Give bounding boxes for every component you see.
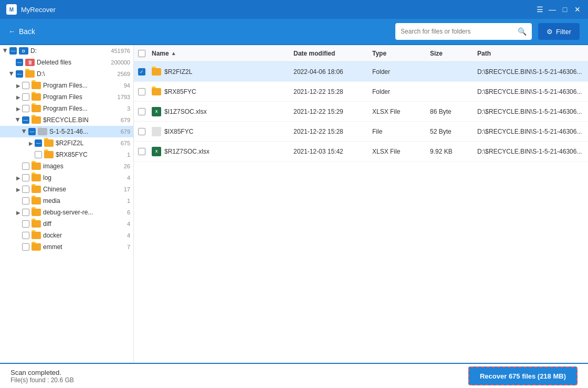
column-header-type[interactable]: Type [372,50,430,57]
close-button[interactable]: ✕ [573,5,582,14]
checkbox-images[interactable] [22,163,29,170]
file-date: 2021-12-22 15:28 [293,128,372,135]
checkbox-d-folder[interactable] [16,70,23,78]
checkbox-s15[interactable] [28,128,36,135]
file-name-cell: X $R1Z7SOC.xlsx [152,147,293,156]
sidebar-item-emmet[interactable]: emmet 7 [0,241,133,253]
table-row[interactable]: $RX85FYC 2021-12-22 15:28 Folder D:\$REC… [134,82,588,102]
table-row[interactable]: X $I1Z7SOC.xlsx 2021-12-22 15:29 XLSX Fi… [134,102,588,122]
checkbox-d-root[interactable] [9,47,17,55]
expand-arrow: ▶ [15,116,22,124]
row-checkbox-col [138,108,152,115]
checkbox-program1[interactable] [22,82,29,89]
checkbox-recycle[interactable] [22,116,29,124]
sidebar-item-count: 679 [121,128,130,135]
file-name-cell: $R2FIZ2L [152,68,293,76]
sidebar-item-count: 675 [121,140,130,146]
checkbox-debug[interactable] [22,209,29,216]
column-header-name[interactable]: Name ▲ [152,50,293,57]
file-name-cell: $RX85FYC [152,88,293,95]
sidebar-item-count: 4 [127,221,130,227]
expand-arrow: ▶ [15,105,22,112]
expand-arrow: ▶ [8,70,16,78]
file-type: Folder [372,88,430,95]
sidebar-item-label: Chinese [43,186,122,193]
row-checkbox[interactable] [138,128,145,135]
header-checkbox-col [138,50,152,57]
status-info: Scan completed. File(s) found : 20.6 GB [10,369,74,384]
expand-arrow [27,151,35,158]
back-arrow-icon: ← [8,27,16,36]
table-row[interactable]: X $R1Z7SOC.xlsx 2021-12-03 15:42 XLSX Fi… [134,142,588,161]
sidebar-item-label: D:\ [37,70,116,78]
column-header-path[interactable]: Path [477,50,584,57]
checkbox-emmet[interactable] [22,243,29,251]
header-checkbox[interactable] [138,50,145,57]
sidebar-item-docker[interactable]: docker 4 [0,230,133,241]
sidebar-item-label: $R2FIZ2L [56,139,119,147]
menu-button[interactable]: ☰ [536,5,544,14]
column-header-size[interactable]: Size [430,50,477,57]
row-checkbox[interactable] [138,108,145,115]
maximize-button[interactable]: □ [561,5,569,14]
sidebar-item-label: images [43,163,122,170]
checkbox-chinese[interactable] [22,186,29,193]
file-name-cell: $IX85FYC [152,127,293,136]
sidebar-item-program3[interactable]: ▶ Program Files... 3 [0,103,133,114]
checkbox-program3[interactable] [22,105,29,112]
checkbox-rx85fyc[interactable] [35,151,42,158]
table-row[interactable]: $IX85FYC 2021-12-22 15:28 File 52 Byte D… [134,122,588,142]
checkbox-log[interactable] [22,174,29,181]
sidebar-item-r2fiz2l[interactable]: ▶ $R2FIZ2L 675 [0,137,133,149]
sidebar-item-count: 451976 [111,48,130,54]
folder-yellow-icon [32,220,41,228]
xlsx-icon: X [152,107,161,116]
sidebar-item-program2[interactable]: ▶ Program Files 1793 [0,91,133,103]
sidebar-item-d-root[interactable]: ▶ D D: 451976 [0,45,133,57]
minimize-button[interactable]: — [548,5,556,14]
sidebar-item-count: 94 [124,82,130,89]
sidebar-item-count: 6 [127,209,130,215]
checkbox-media[interactable] [22,197,29,204]
sidebar-item-media[interactable]: media 1 [0,195,133,207]
sidebar-item-images[interactable]: images 26 [0,160,133,172]
recover-button[interactable]: Recover 675 files (218 MB) [468,367,578,385]
window-controls: ☰ — □ ✕ [536,5,582,14]
row-checkbox[interactable] [138,148,145,155]
file-type: XLSX File [372,108,430,115]
column-header-date[interactable]: Date modified [293,50,372,57]
scan-completed-text: Scan completed. [10,369,74,376]
file-date: 2021-12-22 15:29 [293,108,372,115]
file-type: Folder [372,68,430,76]
sidebar-item-debug[interactable]: ▶ debug-server-re... 6 [0,207,133,218]
sidebar-item-program1[interactable]: ▶ Program Files... 94 [0,80,133,91]
sidebar-item-log[interactable]: ▶ log 4 [0,172,133,184]
filter-button[interactable]: ⚙ Filter [538,23,580,40]
search-input[interactable] [401,28,514,35]
expand-arrow: ▶ [15,93,22,101]
sidebar-item-recycle[interactable]: ▶ $RECYCLE.BIN 679 [0,114,133,126]
sidebar-item-count: 1793 [118,94,130,100]
file-date: 2021-12-22 15:28 [293,88,372,95]
sidebar-item-chinese[interactable]: ▶ Chinese 17 [0,184,133,195]
sidebar-item-deleted[interactable]: 🗑 Deleted files 200000 [0,57,133,68]
row-checkbox[interactable] [138,68,145,76]
file-icon [152,127,161,136]
sidebar-item-diff[interactable]: diff 4 [0,218,133,230]
sidebar-item-rx85fyc[interactable]: $RX85FYC 1 [0,149,133,160]
checkbox-diff[interactable] [22,220,29,228]
back-button[interactable]: ← Back [8,27,35,36]
folder-yellow-icon [32,163,41,170]
search-box: 🔍 [395,23,532,40]
checkbox-deleted[interactable] [16,59,23,66]
checkbox-docker[interactable] [22,232,29,239]
sidebar-item-d-folder[interactable]: ▶ D:\ 2569 [0,68,133,80]
checkbox-r2fiz2l[interactable] [35,139,42,147]
header-bar: ← Back 🔍 ⚙ Filter [0,19,588,44]
sidebar-item-s15[interactable]: ▶ S-1-5-21-46... 679 [0,126,133,137]
row-checkbox[interactable] [138,88,145,95]
table-row[interactable]: $R2FIZ2L 2022-04-06 18:06 Folder D:\$REC… [134,62,588,82]
checkbox-program2[interactable] [22,93,29,101]
column-type-label: Type [372,50,386,57]
expand-arrow [15,197,22,204]
